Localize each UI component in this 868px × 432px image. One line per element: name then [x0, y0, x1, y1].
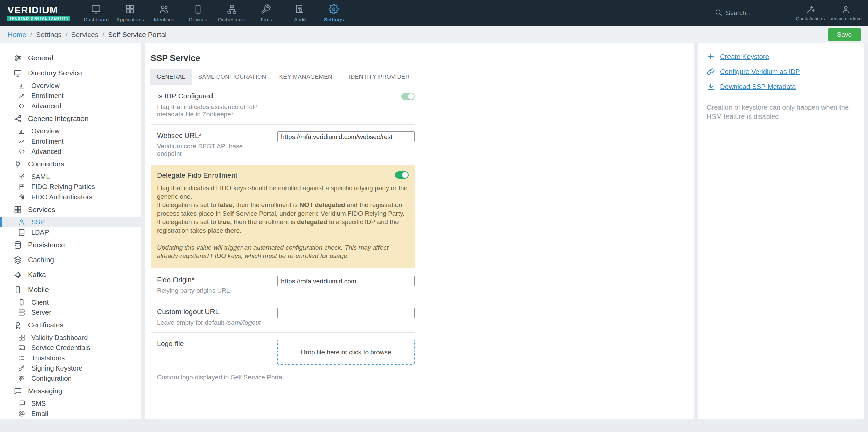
sidebar-item-client[interactable]: Client	[0, 297, 141, 307]
nav-item-devices[interactable]: Devices	[181, 0, 215, 26]
sidebar-item-ds-advanced[interactable]: Advanced	[0, 101, 141, 111]
download-ssp-metadata-link[interactable]: Download SSP Metadata	[707, 83, 855, 91]
certificate-icon	[14, 321, 22, 329]
sidebar-item-label: Connectors	[28, 160, 64, 168]
breadcrumb-services[interactable]: Services	[71, 31, 99, 39]
sidebar-item-signing-keystore[interactable]: Signing Keystore	[0, 363, 141, 373]
sidebar-item-general[interactable]: General	[0, 51, 141, 66]
sidebar-item-services[interactable]: Services	[0, 202, 141, 217]
sidebar-item-label: Advanced	[31, 102, 61, 110]
brand-logo[interactable]: VERIDIUM TRUSTED DIGITAL IDENTITY	[7, 5, 70, 21]
nav-item-dashboard[interactable]: Dashboard	[79, 0, 113, 26]
sidebar-item-label: Messaging	[28, 387, 62, 395]
sidebar-item-label: LDAP	[31, 229, 49, 236]
tab-general[interactable]: GENERAL	[150, 69, 192, 85]
configure-veridium-as-idp-link[interactable]: Configure Veridium as IDP	[707, 68, 855, 76]
sidebar-item-ssp[interactable]: SSP	[0, 217, 141, 227]
quick-actions-icon	[806, 5, 815, 14]
sidebar-item-label: Configuration	[31, 375, 72, 382]
field-help: Relying party origins URL	[157, 287, 267, 294]
custom-logout-url-input[interactable]	[277, 308, 415, 318]
toggle-knob	[402, 172, 408, 178]
delegate-fido-warning-note: Updating this value will trigger an auto…	[157, 243, 409, 260]
nav-item-label: Orchestrator	[218, 17, 246, 22]
search-icon	[714, 8, 722, 16]
sidebar-item-sms[interactable]: SMS	[0, 398, 141, 409]
tab-saml-configuration[interactable]: SAML CONFIGURATION	[192, 69, 273, 85]
sidebar-item-label: Truststores	[31, 354, 65, 362]
delegate-fido-description: Flag that indicates if FIDO keys should …	[157, 184, 409, 235]
sidebar-item-gi-enrollment[interactable]: Enrollment	[0, 136, 141, 146]
sidebar-item-ldap[interactable]: LDAP	[0, 227, 141, 237]
sidebar-item-label: Persistence	[28, 241, 65, 249]
sidebar-item-validity-dashboard[interactable]: Validity Dashboard	[0, 332, 141, 343]
sidebar-item-generic-integration[interactable]: Generic Integration	[0, 111, 141, 126]
sidebar-item-label: Validity Dashboard	[31, 334, 88, 342]
breadcrumb-settings[interactable]: Settings	[36, 31, 62, 39]
sidebar-item-configuration[interactable]: Configuration	[0, 373, 141, 383]
ssp-service-panel: SSP Service GENERAL SAML CONFIGURATION K…	[145, 43, 694, 419]
sidebar-item-ds-overview[interactable]: Overview	[0, 80, 141, 91]
sidebar-item-label: FIDO Authenticators	[31, 193, 92, 201]
search-input[interactable]	[725, 8, 780, 18]
sidebar-item-persistence[interactable]: Persistence	[0, 237, 141, 252]
nav-item-settings[interactable]: Settings	[317, 0, 351, 26]
sidebar-item-messaging[interactable]: Messaging	[0, 383, 141, 398]
nav-item-label: Applications	[116, 17, 144, 22]
grid-icon	[18, 334, 25, 341]
nav-item-tools[interactable]: Tools	[249, 0, 283, 26]
chip-icon	[14, 271, 22, 279]
database-icon	[14, 241, 22, 249]
idp-configured-toggle[interactable]	[401, 93, 415, 100]
field-label: Custom logout URL	[157, 308, 267, 316]
nav-item-identities[interactable]: Identities	[147, 0, 181, 26]
chat-icon	[18, 400, 25, 407]
sidebar-item-certificates[interactable]: Certificates	[0, 318, 141, 332]
orchestrator-icon	[227, 4, 237, 14]
sidebar-item-server[interactable]: Server	[0, 307, 141, 318]
save-button[interactable]: Save	[828, 28, 861, 41]
top-nav: Dashboard Applications Identities Device…	[79, 0, 351, 26]
sidebar-item-truststores[interactable]: Truststores	[0, 353, 141, 363]
field-label: Delegate Fido Enrollment	[157, 171, 237, 179]
sidebar-item-label: Caching	[28, 256, 54, 264]
bar-chart-icon	[18, 127, 25, 135]
sidebar-item-service-credentials[interactable]: Service Credentials	[0, 343, 141, 353]
nav-item-audit[interactable]: Audit	[283, 0, 317, 26]
tab-identity-provider[interactable]: IDENTITY PROVIDER	[343, 69, 416, 85]
fingerprint-icon	[18, 193, 25, 201]
logo-file-dropzone[interactable]: Drop file here or click to browse	[277, 340, 415, 365]
sidebar-item-fido-relying-parties[interactable]: FIDO Relying Parties	[0, 182, 141, 192]
sidebar-item-gi-overview[interactable]: Overview	[0, 126, 141, 136]
link-icon	[707, 68, 715, 76]
delegate-fido-toggle[interactable]	[395, 171, 409, 179]
breadcrumb-current: Self Service Portal	[108, 31, 167, 39]
sidebar-item-label: Overview	[31, 127, 59, 135]
field-label: Websec URL*	[157, 131, 267, 140]
tab-key-management[interactable]: KEY MANAGEMENT	[273, 69, 342, 85]
sidebar-item-saml[interactable]: SAML	[0, 172, 141, 182]
fido-origin-input[interactable]	[277, 276, 415, 286]
sidebar-item-fido-authenticators[interactable]: FIDO Authenticators	[0, 192, 141, 202]
sidebar-item-kafka[interactable]: Kafka	[0, 267, 141, 282]
quick-actions-button[interactable]: Quick Actions	[793, 5, 828, 21]
breadcrumb-home[interactable]: Home	[7, 31, 26, 39]
brand-name: VERIDIUM	[7, 5, 58, 15]
field-custom-logout-url: Custom logout URL Leave empty for defaul…	[145, 301, 415, 332]
nav-item-orchestrator[interactable]: Orchestrator	[215, 0, 249, 26]
nav-item-applications[interactable]: Applications	[113, 0, 147, 26]
line-chart-icon	[18, 138, 25, 145]
sidebar-item-label: Certificates	[28, 321, 63, 329]
field-label: Is IDP Configured	[157, 92, 267, 100]
user-menu[interactable]: aencica_admin	[828, 5, 863, 21]
sidebar-item-directory-service[interactable]: Directory Service	[0, 66, 141, 80]
sidebar-item-gi-advanced[interactable]: Advanced	[0, 146, 141, 157]
sidebar-item-email[interactable]: Email	[0, 409, 141, 419]
sidebar-item-ds-enrollment[interactable]: Enrollment	[0, 91, 141, 101]
sidebar-item-connectors[interactable]: Connectors	[0, 157, 141, 172]
websec-url-input[interactable]	[277, 131, 415, 142]
sidebar-item-mobile[interactable]: Mobile	[0, 282, 141, 297]
sidebar-item-label: SSP	[31, 218, 45, 226]
create-keystore-link[interactable]: Create Keystore	[707, 53, 855, 61]
sidebar-item-caching[interactable]: Caching	[0, 252, 141, 267]
